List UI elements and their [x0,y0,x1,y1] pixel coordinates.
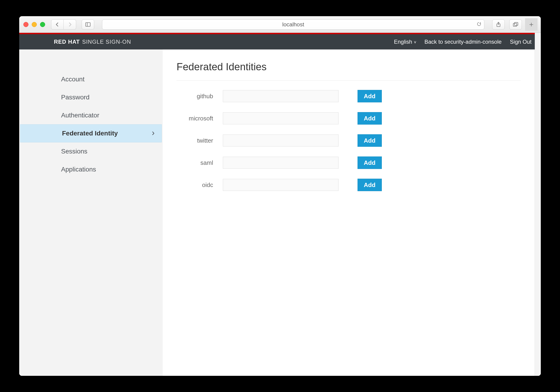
title-divider [177,80,521,81]
minimize-window-icon[interactable] [32,22,37,27]
tabs-button[interactable] [509,19,522,29]
provider-label: microsoft [177,115,223,122]
svg-rect-4 [513,23,517,26]
sidebar-item-account[interactable]: Account [19,70,163,88]
reload-icon[interactable] [477,21,481,28]
address-text: localhost [282,21,304,28]
sign-out-link[interactable]: Sign Out [510,38,531,45]
sidebar-item-authenticator[interactable]: Authenticator [19,106,163,124]
app-viewport: RED HAT SINGLE SIGN-ON English ⅴ Back to… [19,33,541,376]
provider-row-saml: saml Add [177,156,521,169]
close-window-icon[interactable] [23,22,29,27]
share-button[interactable] [492,19,505,29]
svg-rect-5 [514,22,518,25]
provider-input-microsoft[interactable] [223,112,339,124]
add-button-github[interactable]: Add [358,90,382,102]
provider-input-github[interactable] [223,90,339,102]
browser-titlebar: localhost ＋ [19,16,541,33]
svg-rect-0 [86,23,90,26]
sidebar: Account Password Authenticator Federated… [19,49,163,376]
sidebar-item-applications[interactable]: Applications [19,160,163,178]
provider-row-github: github Add [177,90,521,102]
page-title: Federated Identities [177,61,521,73]
provider-row-oidc: oidc Add [177,179,521,191]
app-header: RED HAT SINGLE SIGN-ON English ⅴ Back to… [19,34,541,49]
brand-logo: RED HAT SINGLE SIGN-ON [54,38,131,45]
sidebar-item-password[interactable]: Password [19,88,163,106]
app-body: Account Password Authenticator Federated… [19,49,541,376]
chevron-down-icon: ⅴ [414,40,416,44]
provider-label: saml [177,159,223,166]
add-button-microsoft[interactable]: Add [358,112,382,124]
provider-input-twitter[interactable] [223,134,339,146]
provider-label: twitter [177,137,223,144]
new-tab-button[interactable]: ＋ [525,18,538,31]
add-button-saml[interactable]: Add [358,156,382,169]
window-controls [22,22,47,27]
provider-row-twitter: twitter Add [177,134,521,147]
provider-label: oidc [177,182,223,189]
language-selector[interactable]: English ⅴ [394,38,416,45]
brand-primary: RED HAT [54,38,80,45]
provider-input-oidc[interactable] [223,179,339,191]
add-button-twitter[interactable]: Add [358,134,382,147]
back-button[interactable] [51,19,64,29]
add-button-oidc[interactable]: Add [358,179,382,191]
maximize-window-icon[interactable] [40,22,45,27]
back-to-console-link[interactable]: Back to security-admin-console [424,38,501,45]
brand-secondary: SINGLE SIGN-ON [82,38,131,45]
sidebar-item-sessions[interactable]: Sessions [19,142,163,160]
provider-row-microsoft: microsoft Add [177,112,521,124]
sidebar-toggle-button[interactable] [82,19,94,29]
address-bar[interactable]: localhost [102,19,484,29]
provider-input-saml[interactable] [223,157,339,169]
forward-button[interactable] [64,19,76,29]
provider-label: github [177,93,223,100]
browser-window: localhost ＋ RED HAT SINGLE SIGN-ON [19,16,541,376]
language-label: English [394,38,412,45]
sidebar-item-federated-identity[interactable]: Federated Identity [20,124,162,142]
main-content: Federated Identities github Add microsof… [163,49,535,376]
